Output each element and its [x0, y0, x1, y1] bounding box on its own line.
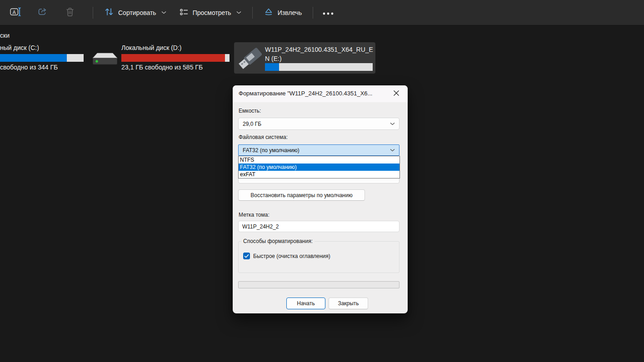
capacity-combobox[interactable]: 29,0 ГБ	[238, 118, 399, 130]
drive-usage-fill	[121, 54, 225, 62]
drive-free-space: 23,1 ГБ свободно из 585 ГБ	[121, 64, 230, 71]
share-icon	[37, 6, 48, 19]
sort-button-label: Сортировать	[118, 9, 156, 16]
hard-drive-icon	[93, 48, 117, 68]
ellipsis-icon	[322, 9, 334, 17]
dialog-title: Форматирование "W11P_24H2_26100.4351_X6.…	[239, 90, 389, 97]
drive-usage-bar	[265, 63, 373, 71]
trash-icon	[65, 7, 75, 19]
eject-icon	[264, 7, 274, 18]
command-bar: A	[0, 0, 644, 25]
delete-button[interactable]	[61, 5, 79, 21]
drive-name: ный диск (C:)	[0, 44, 84, 52]
checkbox-checked-icon[interactable]	[243, 253, 250, 259]
close-button[interactable]	[389, 87, 404, 100]
more-options-button[interactable]	[318, 5, 339, 21]
dialog-titlebar[interactable]: Форматирование "W11P_24H2_26100.4351_X6.…	[233, 85, 408, 102]
drive-usage-fill	[0, 54, 67, 62]
close-icon	[393, 90, 399, 98]
capacity-label: Емкость:	[239, 108, 261, 114]
toolbar-separator	[93, 7, 93, 19]
share-button[interactable]	[34, 5, 52, 21]
eject-button-label: Извлечь	[278, 9, 302, 16]
chevron-down-icon	[236, 11, 241, 14]
chevron-down-icon	[161, 11, 166, 14]
chevron-down-icon	[390, 149, 395, 152]
drive-item-d[interactable]: Локальный диск (D:) 23,1 ГБ свободно из …	[121, 44, 230, 71]
sort-icon	[104, 7, 114, 18]
format-progress-bar	[238, 281, 399, 288]
filesystem-combobox[interactable]: FAT32 (по умолчанию)	[238, 144, 399, 156]
filesystem-value: FAT32 (по умолчанию)	[243, 147, 390, 154]
volume-label-label: Метка тома:	[239, 212, 270, 218]
format-dialog: Форматирование "W11P_24H2_26100.4351_X6.…	[233, 85, 408, 313]
drive-name: W11P_24H2_26100.4351_X64_RU_EN (E:)	[265, 45, 376, 63]
drive-free-space: свободно из 344 ГБ	[0, 64, 84, 71]
format-options-group: Способы форматирования: Быстрое (очистка…	[238, 238, 399, 273]
start-button[interactable]: Начать	[286, 298, 325, 309]
drives-section: ски ный диск (C:) свободно из 344 ГБ Лок…	[0, 25, 644, 84]
filesystem-dropdown-list: NTFS FAT32 (по умолчанию) exFAT	[238, 156, 400, 179]
drive-item-e-selected[interactable]: W11P_24H2_26100.4351_X64_RU_EN (E:)	[234, 42, 375, 74]
drive-item-c[interactable]: ный диск (C:) свободно из 344 ГБ	[0, 44, 84, 71]
toolbar-separator	[252, 7, 253, 19]
filesystem-label: Файловая система:	[239, 134, 288, 140]
toolbar-separator	[313, 7, 313, 19]
volume-label-input[interactable]	[238, 221, 399, 232]
drive-usage-fill	[265, 63, 279, 71]
quick-format-label: Быстрое (очистка оглавления)	[253, 253, 330, 259]
rename-button[interactable]: A	[6, 5, 25, 21]
eject-button[interactable]: Извлечь	[258, 5, 308, 21]
capacity-value: 29,0 ГБ	[243, 121, 390, 127]
sort-button[interactable]: Сортировать	[99, 5, 172, 21]
svg-text:A: A	[12, 9, 16, 15]
view-button[interactable]: Просмотреть	[174, 5, 247, 21]
dropdown-option-fat32-selected[interactable]: FAT32 (по умолчанию)	[239, 164, 399, 171]
chevron-down-icon	[390, 122, 395, 125]
view-icon	[179, 7, 189, 18]
close-dialog-button[interactable]: Закрыть	[329, 298, 368, 309]
rename-icon: A	[10, 6, 22, 19]
format-options-label: Способы форматирования:	[241, 238, 315, 244]
dropdown-option-ntfs[interactable]: NTFS	[239, 156, 399, 164]
quick-format-option[interactable]: Быстрое (очистка оглавления)	[243, 253, 330, 259]
drive-usage-bar	[121, 54, 230, 62]
dropdown-option-exfat[interactable]: exFAT	[239, 171, 399, 178]
drive-name: Локальный диск (D:)	[121, 44, 230, 52]
view-button-label: Просмотреть	[193, 9, 231, 16]
restore-defaults-button[interactable]: Восстановить параметры по умолчанию	[238, 189, 365, 201]
drive-usage-bar	[0, 54, 84, 62]
usb-drive-icon	[237, 44, 265, 73]
drives-group-header[interactable]: ски	[0, 32, 10, 39]
